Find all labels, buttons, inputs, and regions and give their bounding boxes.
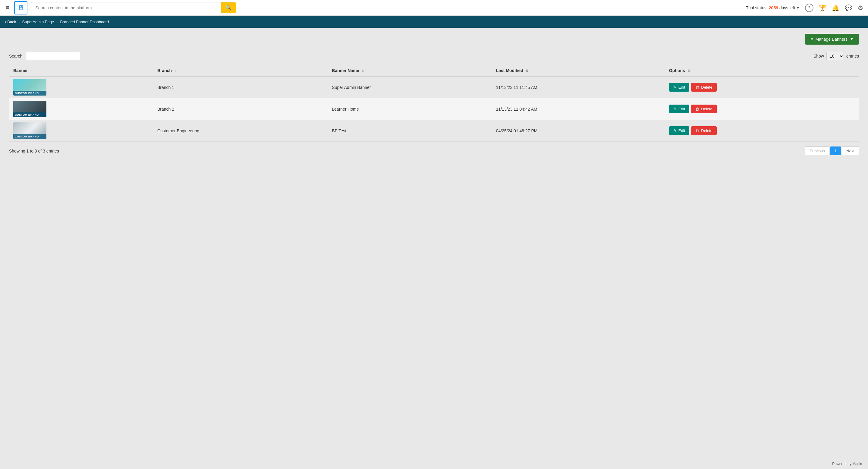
pagination: Previous 1 Next — [805, 147, 859, 155]
banner-thumbnail-cell: CUSTOM BRAND — [9, 120, 153, 142]
hamburger-icon[interactable]: ≡ — [5, 3, 10, 12]
table-row: CUSTOM BRANDBranch 2Learner Home11/13/23… — [9, 98, 859, 120]
trophy-icon[interactable]: 🏆 — [819, 4, 827, 11]
trash-icon: 🗑 — [695, 107, 699, 111]
table-search-input[interactable] — [26, 52, 80, 60]
delete-button[interactable]: 🗑Delete — [691, 104, 717, 113]
table-footer: Showing 1 to 3 of 3 entries Previous 1 N… — [9, 147, 859, 155]
settings-icon[interactable]: ⚙ — [858, 4, 863, 11]
breadcrumb-separator-1: › — [19, 20, 20, 24]
powered-by-text: Powered by Magic — [832, 462, 862, 466]
sort-options-icon[interactable]: ⇅ — [687, 69, 690, 72]
edit-icon: ✎ — [673, 107, 677, 111]
trash-icon: 🗑 — [695, 85, 699, 90]
last-modified-cell: 11/13/23 11:04:42 AM — [492, 98, 665, 120]
trash-icon: 🗑 — [695, 128, 699, 133]
manage-banners-label: Manage Banners — [815, 37, 847, 41]
chevron-down-icon: ▼ — [796, 6, 800, 10]
next-button[interactable]: Next — [842, 147, 859, 155]
back-arrow-icon: ‹ — [5, 20, 6, 24]
sort-banner-icon[interactable]: ↑ — [30, 69, 32, 72]
logo-icon: 🖥 — [18, 4, 24, 12]
search-input[interactable] — [31, 3, 221, 13]
banner-thumbnail-cell: CUSTOM BRAND — [9, 76, 153, 98]
table-search-container: Search: — [9, 52, 80, 60]
branch-cell: Branch 2 — [153, 98, 328, 120]
search-label: Search: — [9, 54, 24, 59]
sort-branch-icon[interactable]: ⇅ — [174, 69, 177, 72]
global-search-bar: 🔍 — [31, 2, 236, 13]
edit-button[interactable]: ✎Edit — [669, 126, 689, 135]
search-icon: 🔍 — [225, 5, 231, 10]
sort-last-modified-icon[interactable]: ⇅ — [526, 69, 528, 72]
top-navigation: ≡ 🖥 🔍 Trial status: 2059 days left ▼ ? 🏆… — [0, 0, 868, 16]
list-icon: ≡ — [810, 37, 813, 41]
breadcrumb-parent: SuperAdmin Page — [22, 20, 54, 24]
trial-days: 2059 — [769, 5, 778, 10]
trial-status: Trial status: 2059 days left ▼ — [746, 5, 800, 10]
table-body: CUSTOM BRANDBranch 1Super Admin Banner11… — [9, 76, 859, 142]
edit-icon: ✎ — [673, 85, 677, 90]
breadcrumb-current: Branded Banner Dashboard — [60, 20, 109, 24]
back-label: Back — [7, 20, 16, 24]
chat-icon[interactable]: 💬 — [845, 4, 852, 11]
page-1-button[interactable]: 1 — [830, 147, 841, 155]
options-cell: ✎Edit🗑Delete — [665, 76, 859, 98]
edit-button[interactable]: ✎Edit — [669, 104, 689, 113]
edit-button[interactable]: ✎Edit — [669, 83, 689, 92]
delete-button[interactable]: 🗑Delete — [691, 126, 717, 135]
entries-control: Show 10 25 50 100 entries — [813, 52, 859, 60]
trial-suffix: days left — [779, 5, 795, 10]
breadcrumb-bar: ‹ Back › SuperAdmin Page › Branded Banne… — [0, 16, 868, 28]
table-row: CUSTOM BRANDBranch 1Super Admin Banner11… — [9, 76, 859, 98]
banner-name-cell: BP Test — [328, 120, 492, 142]
back-button[interactable]: ‹ Back — [5, 20, 16, 24]
chevron-down-icon: ▼ — [850, 37, 854, 41]
table-controls: Search: Show 10 25 50 100 entries — [9, 52, 859, 60]
table-header-row: Banner ↑ Branch ⇅ Banner Name ⇅ Last Mod… — [9, 65, 859, 76]
show-label: Show — [813, 54, 824, 59]
banner-name-cell: Super Admin Banner — [328, 76, 492, 98]
trial-label: Trial status: — [746, 5, 768, 10]
banner-name-cell: Learner Home — [328, 98, 492, 120]
breadcrumb-separator-2: › — [56, 20, 58, 24]
page-footer: Powered by Magic — [826, 459, 868, 469]
col-header-banner-name: Banner Name ⇅ — [328, 65, 492, 76]
manage-banners-button[interactable]: ≡ Manage Banners ▼ — [805, 34, 859, 44]
branch-cell: Branch 1 — [153, 76, 328, 98]
help-icon[interactable]: ? — [805, 4, 813, 12]
col-header-banner: Banner ↑ — [9, 65, 153, 76]
entries-select[interactable]: 10 25 50 100 — [827, 52, 844, 60]
search-button[interactable]: 🔍 — [221, 2, 236, 13]
col-header-branch: Branch ⇅ — [153, 65, 328, 76]
branch-cell: Customer Engineering — [153, 120, 328, 142]
options-cell: ✎Edit🗑Delete — [665, 120, 859, 142]
main-content: ≡ Manage Banners ▼ Search: Show 10 25 50… — [0, 28, 868, 161]
bell-icon[interactable]: 🔔 — [832, 4, 839, 11]
last-modified-cell: 11/13/23 11:11:45 AM — [492, 76, 665, 98]
showing-entries-text: Showing 1 to 3 of 3 entries — [9, 149, 59, 153]
delete-button[interactable]: 🗑Delete — [691, 83, 717, 92]
col-header-options: Options ⇅ — [665, 65, 859, 76]
nav-right: Trial status: 2059 days left ▼ ? 🏆 🔔 💬 ⚙ — [746, 4, 863, 12]
entries-label: entries — [846, 54, 859, 59]
banners-table: Banner ↑ Branch ⇅ Banner Name ⇅ Last Mod… — [9, 65, 859, 142]
last-modified-cell: 04/25/24 01:48:27 PM — [492, 120, 665, 142]
sort-banner-name-icon[interactable]: ⇅ — [361, 69, 364, 72]
table-row: CUSTOM BRANDCustomer EngineeringBP Test0… — [9, 120, 859, 142]
col-header-last-modified: Last Modified ⇅ — [492, 65, 665, 76]
edit-icon: ✎ — [673, 128, 677, 133]
logo: 🖥 — [14, 1, 27, 14]
banner-thumbnail-cell: CUSTOM BRAND — [9, 98, 153, 120]
previous-button[interactable]: Previous — [805, 147, 830, 155]
options-cell: ✎Edit🗑Delete — [665, 98, 859, 120]
